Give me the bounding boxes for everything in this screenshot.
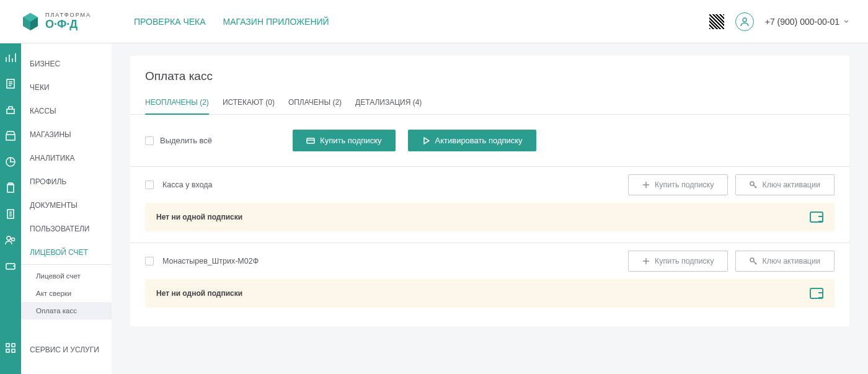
sidebar-item-stores[interactable]: МАГАЗИНЫ xyxy=(21,123,112,146)
tab-unpaid[interactable]: НЕОПЛАЧЕНЫ (2) xyxy=(145,98,209,114)
warning-text: Нет ни одной подписки xyxy=(156,289,242,298)
receipt-icon[interactable] xyxy=(5,78,16,89)
wallet-icon[interactable] xyxy=(5,260,16,272)
nav-check-receipt[interactable]: ПРОВЕРКА ЧЕКА xyxy=(134,17,206,27)
user-icon xyxy=(740,17,750,27)
sidebar-item-users[interactable]: ПОЛЬЗОВАТЕЛИ xyxy=(21,217,112,241)
logo-line2: О·Ф·Д xyxy=(45,19,91,31)
sidebar-item-business[interactable]: БИЗНЕС xyxy=(21,52,112,76)
sidebar: БИЗНЕС ЧЕКИ КАССЫ МАГАЗИНЫ АНАЛИТИКА ПРО… xyxy=(21,43,112,374)
user-avatar[interactable] xyxy=(735,12,754,31)
tab-paid[interactable]: ОПЛАЧЕНЫ (2) xyxy=(288,98,342,114)
svg-point-8 xyxy=(12,238,15,241)
sidebar-item-services[interactable]: СЕРВИС И УСЛУГИ xyxy=(21,338,112,362)
grid-icon[interactable] xyxy=(5,342,16,354)
bar-chart-icon[interactable] xyxy=(5,52,16,63)
phone-number: +7 (900) 000-00-01 xyxy=(765,17,839,27)
buy-subscription-button[interactable]: Купить подписку xyxy=(293,130,395,151)
sidebar-sub-act[interactable]: Акт сверки xyxy=(21,285,112,302)
phone-dropdown[interactable]: +7 (900) 000-00-01 xyxy=(765,17,849,27)
pie-icon[interactable] xyxy=(5,156,16,167)
doc-icon[interactable] xyxy=(5,208,16,220)
register-name: Монастырев_Штрих-М02Ф xyxy=(162,257,259,265)
svg-rect-11 xyxy=(12,344,15,347)
clipboard-icon[interactable] xyxy=(5,182,16,194)
row-buy-button[interactable]: Купить подписку xyxy=(628,251,728,272)
sidebar-item-profile[interactable]: ПРОФИЛЬ xyxy=(21,170,112,194)
sidebar-item-registers[interactable]: КАССЫ xyxy=(21,99,112,123)
store-icon[interactable] xyxy=(5,130,16,141)
sidebar-sub-payment[interactable]: Оплата касс xyxy=(21,302,112,319)
svg-point-7 xyxy=(7,236,11,240)
select-all[interactable]: Выделить всё xyxy=(145,136,212,145)
row-key-button[interactable]: Ключ активации xyxy=(735,174,835,195)
sidebar-item-receipts[interactable]: ЧЕКИ xyxy=(21,76,112,99)
svg-rect-13 xyxy=(12,349,15,352)
select-all-checkbox[interactable] xyxy=(145,136,154,145)
qr-icon[interactable] xyxy=(709,14,724,29)
plus-icon xyxy=(642,181,650,189)
select-all-label: Выделить всё xyxy=(160,136,212,145)
battery-icon xyxy=(810,211,823,223)
svg-rect-4 xyxy=(7,184,14,192)
row-buy-button[interactable]: Купить подписку xyxy=(628,174,728,195)
register-icon[interactable] xyxy=(5,104,16,115)
svg-rect-2 xyxy=(7,109,14,114)
no-subscription-warning: Нет ни одной подписки xyxy=(145,279,835,308)
svg-rect-12 xyxy=(6,349,9,352)
tab-details[interactable]: ДЕТАЛИЗАЦИЯ (4) xyxy=(355,98,422,114)
register-name: Касса у входа xyxy=(162,180,213,189)
row-checkbox[interactable] xyxy=(145,257,154,265)
warning-text: Нет ни одной подписки xyxy=(156,213,242,221)
icon-rail xyxy=(0,43,21,374)
main-card: Оплата касс НЕОПЛАЧЕНЫ (2) ИСТЕКАЮТ (0) … xyxy=(130,56,849,326)
tab-expiring[interactable]: ИСТЕКАЮТ (0) xyxy=(223,98,275,114)
svg-point-0 xyxy=(743,18,746,22)
logo[interactable]: ПЛАТФОРМА О·Ф·Д xyxy=(0,12,112,32)
users-icon[interactable] xyxy=(5,234,16,246)
sidebar-item-documents[interactable]: ДОКУМЕНТЫ xyxy=(21,194,112,217)
logo-icon xyxy=(20,12,40,32)
battery-icon xyxy=(810,288,823,299)
svg-rect-14 xyxy=(307,138,314,143)
plus-icon xyxy=(642,257,650,265)
no-subscription-warning: Нет ни одной подписки xyxy=(145,203,835,231)
key-icon xyxy=(750,257,757,265)
svg-rect-10 xyxy=(6,344,9,347)
activate-subscription-button[interactable]: Активировать подписку xyxy=(408,130,536,151)
key-icon xyxy=(750,181,757,189)
sidebar-item-account[interactable]: ЛИЦЕВОЙ СЧЕТ xyxy=(21,241,112,265)
sidebar-sub-account[interactable]: Лицевой счет xyxy=(21,267,112,285)
topbar: ПЛАТФОРМА О·Ф·Д ПРОВЕРКА ЧЕКА МАГАЗИН ПР… xyxy=(0,0,868,43)
row-key-button[interactable]: Ключ активации xyxy=(735,251,835,272)
sidebar-item-analytics[interactable]: АНАЛИТИКА xyxy=(21,146,112,170)
tabs: НЕОПЛАЧЕНЫ (2) ИСТЕКАЮТ (0) ОПЛАЧЕНЫ (2)… xyxy=(130,83,849,115)
card-icon xyxy=(306,136,315,145)
content-area: Оплата касс НЕОПЛАЧЕНЫ (2) ИСТЕКАЮТ (0) … xyxy=(112,43,868,374)
page-title: Оплата касс xyxy=(130,69,849,83)
toolbar: Выделить всё Купить подписку Активироват… xyxy=(130,115,849,166)
top-nav: ПРОВЕРКА ЧЕКА МАГАЗИН ПРИЛОЖЕНИЙ xyxy=(134,17,329,27)
chevron-down-icon xyxy=(843,19,849,25)
register-row: Касса у входа Купить подписку Ключ актив… xyxy=(130,166,849,203)
play-icon xyxy=(422,136,430,145)
register-row: Монастырев_Штрих-М02Ф Купить подписку Кл… xyxy=(130,243,849,279)
nav-app-store[interactable]: МАГАЗИН ПРИЛОЖЕНИЙ xyxy=(223,17,329,27)
row-checkbox[interactable] xyxy=(145,180,154,189)
